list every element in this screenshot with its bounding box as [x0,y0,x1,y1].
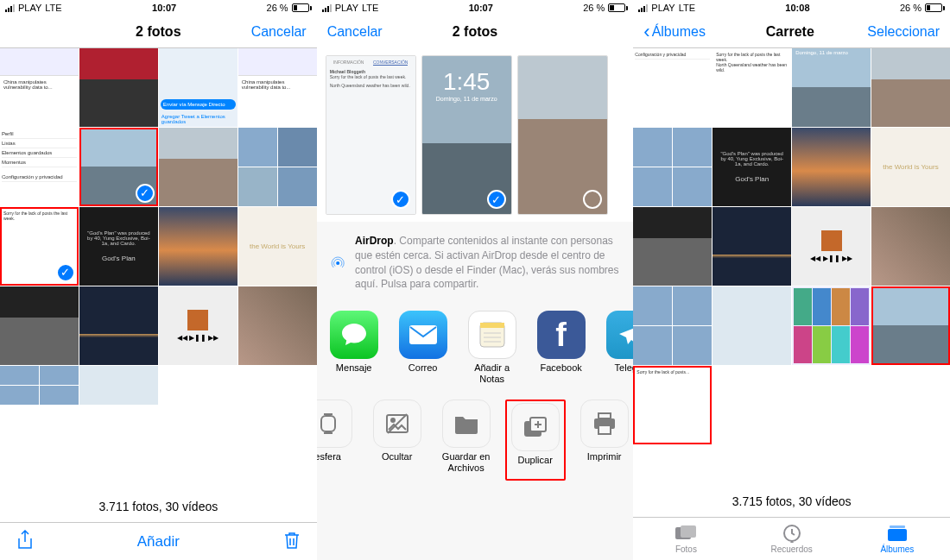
photo-thumb[interactable] [633,207,712,286]
photo-thumb[interactable]: "God's Plan" was produced by 40, Yung Ex… [712,128,791,206]
share-app-facebook[interactable]: f Facebook [531,311,592,385]
network-label: LTE [362,3,378,13]
svg-rect-20 [888,529,907,541]
photo-thumb[interactable]: PerfilListasElementos guardadosMomentosC… [0,128,79,206]
watchface-icon [317,400,352,448]
photo-thumb[interactable] [712,286,791,365]
photo-thumb[interactable] [79,366,158,405]
photo-thumb[interactable]: China manipulates vulnerability data to.… [238,48,317,127]
chevron-left-icon: ‹ [643,25,649,39]
photo-thumb[interactable]: ◀◀ ▶❚❚ ▶▶ [792,207,871,286]
photo-thumb[interactable] [871,286,950,365]
signal-bars-icon [322,4,332,12]
action-save-files[interactable]: Guardar en Archivos [436,400,497,481]
phone-3-camera-roll: PLAY LTE 10:08 26 % ‹Álbumes Carrete Sel… [633,0,950,560]
tab-albums[interactable]: Álbumes [845,518,950,560]
battery-percent: 26 % [583,3,605,13]
photo-grid[interactable]: Configuración y privacidad Sorry for the… [633,48,950,479]
photo-thumb[interactable] [633,128,712,206]
tab-memories[interactable]: Recuerdos [739,518,845,560]
share-app-message[interactable]: Mensaje [324,311,384,385]
status-bar: PLAY LTE 10:08 26 % [633,0,950,16]
airdrop-row[interactable]: AirDrop. Comparte contenidos al instante… [317,222,634,304]
share-preview-item[interactable]: INFORMACIÓNCONVERSACIÓN Michael Bloggeth… [326,55,416,215]
action-print[interactable]: Imprimir [574,400,634,481]
photo-thumb[interactable] [238,286,317,365]
photo-thumb[interactable] [712,207,791,286]
photo-thumb[interactable] [0,366,79,405]
photo-thumb[interactable] [159,128,238,206]
photo-thumb[interactable] [159,207,238,286]
memories-tab-icon [781,524,803,543]
photo-thumb[interactable]: ◀◀ ▶❚❚ ▶▶ [159,286,238,365]
photo-thumb[interactable]: the World is Yours [871,128,950,206]
carrier-label: PLAY [651,3,674,13]
nav-bar: Cancelar 2 fotos [317,16,634,48]
gods-plan-title: God's Plan [718,175,786,183]
share-preview-item[interactable] [517,55,608,215]
battery-percent: 26 % [900,3,922,13]
photo-thumb[interactable]: Sorry for the lack of posts the last wee… [0,207,79,286]
cancel-button[interactable]: Cancelar [327,24,396,40]
share-icon[interactable] [12,530,38,554]
network-label: LTE [679,3,695,13]
photo-thumb[interactable] [79,286,158,365]
photo-count: 3.715 fotos, 30 vídeos [633,479,950,517]
photo-thumb[interactable]: China manipulates vulnerability data to.… [0,48,79,127]
cancel-button[interactable]: Cancelar [238,24,307,40]
selected-check-icon: ✓ [56,263,75,282]
svg-rect-17 [681,525,696,538]
add-to-button[interactable]: Añadir [137,533,180,551]
photo-thumb[interactable] [238,128,317,206]
select-button[interactable]: Seleccionar [867,24,940,40]
status-bar: PLAY LTE 10:07 26 % [317,0,634,16]
carrier-label: PLAY [18,3,41,13]
folder-icon [442,400,491,448]
photo-thumb[interactable]: ✓ [79,128,158,206]
airdrop-icon [331,239,345,287]
photo-thumb[interactable] [792,128,871,206]
facebook-icon: f [537,311,586,359]
action-hide[interactable]: Ocultar [367,400,428,481]
photo-thumb[interactable]: Sorry for the lack of posts... [633,366,712,444]
hide-icon [373,400,421,448]
share-preview-row[interactable]: INFORMACIÓNCONVERSACIÓN Michael Bloggeth… [317,48,634,222]
photo-thumb[interactable] [792,286,871,365]
lockscreen-date: Domingo, 11 de marzo [795,50,848,55]
share-app-notes[interactable]: Añadir a Notas [462,311,522,385]
nav-title: Carrete [712,24,867,40]
clock: 10:07 [469,3,493,13]
clock: 10:08 [785,3,809,13]
notes-icon [468,311,516,359]
photo-grid[interactable]: China manipulates vulnerability data to.… [0,48,317,484]
share-actions-row[interactable]: esfera Ocultar Guardar en Archivos Dupli… [317,393,634,488]
share-preview-item[interactable]: 1:45 Domingo, 11 de marzo ✓ [421,55,512,215]
photo-thumb[interactable]: Enviar vía Mensaje DirectoAgregar Tweet … [159,48,238,127]
svg-rect-1 [409,325,437,344]
photo-thumb[interactable] [871,48,950,127]
trash-icon[interactable] [279,531,305,553]
mail-icon [399,311,447,359]
status-bar: PLAY LTE 10:07 26 % [0,0,317,16]
share-apps-row[interactable]: Mensaje Correo Añadir a Notas f Facebook… [317,304,634,392]
action-duplicate[interactable]: Duplicar [505,400,566,481]
share-app-telegram[interactable]: Telegra [600,311,634,385]
photo-count: 3.711 fotos, 30 vídeos [0,484,317,522]
share-app-mail[interactable]: Correo [393,311,453,385]
photo-thumb[interactable] [633,286,712,365]
photo-thumb[interactable]: Domingo, 11 de marzo [792,48,871,127]
svg-rect-13 [598,413,611,418]
photo-thumb[interactable]: Configuración y privacidad [633,48,712,127]
nav-title: 2 fotos [79,24,238,40]
tab-photos[interactable]: Fotos [633,518,738,560]
photo-thumb[interactable]: the World is Yours [238,207,317,286]
svg-rect-3 [480,323,504,328]
photos-tab-icon [674,524,697,543]
photo-thumb[interactable]: "God's Plan" was produced by 40, Yung Ex… [79,207,158,286]
photo-thumb[interactable] [871,207,950,286]
action-watchface[interactable]: esfera [317,400,358,481]
photo-thumb[interactable] [79,48,158,127]
photo-thumb[interactable]: Sorry for the lack of posts the last wee… [712,48,791,127]
photo-thumb[interactable] [0,286,79,365]
back-button[interactable]: ‹Álbumes [643,24,712,40]
